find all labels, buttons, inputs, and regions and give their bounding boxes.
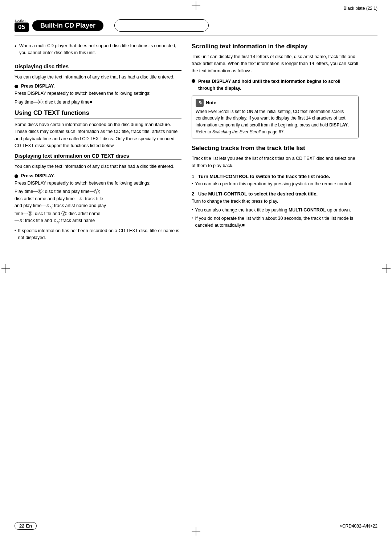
selecting-tracks-heading: Selecting tracks from the track title li… <box>192 144 359 152</box>
step1-bullet-text: You can also perform this operation by p… <box>195 181 352 187</box>
press-circle-1 <box>15 85 18 88</box>
page-num: 22 <box>19 523 24 529</box>
header-title: Built-in CD Player <box>32 20 103 31</box>
step2-bullet1-marker: ▪ <box>192 207 193 211</box>
selecting-tracks-body: Track title list lets you see the list o… <box>192 155 359 169</box>
section-badge: Section 05 <box>15 19 29 32</box>
note-label: Note <box>206 100 216 105</box>
step2-bullet1-text: You can also change the track title by p… <box>195 207 351 214</box>
if-specific-text: ▪ If specific information has not been r… <box>15 227 181 242</box>
displaying-text-cd-section: Displaying text information on CD TEXT d… <box>15 153 181 241</box>
displaying-text-cd-heading: Displaying text information on CD TEXT d… <box>15 153 181 160</box>
bullet-intro: • When a multi-CD player that does not s… <box>15 43 181 57</box>
selecting-tracks-section: Selecting tracks from the track title li… <box>192 144 359 229</box>
crosshair-right <box>382 264 391 273</box>
if-specific-content: If specific information has not been rec… <box>18 227 181 242</box>
step-2-bullet-2: ▪ If you do not operate the list within … <box>192 215 359 229</box>
top-right-info: Black plate (22,1) <box>344 6 377 11</box>
bullet-marker: • <box>15 43 16 57</box>
using-cd-text-body: Some discs have certain information enco… <box>15 121 181 150</box>
header-right-pill <box>114 19 209 32</box>
press-hold-text: Press DISPLAY and hold until the text in… <box>198 78 359 92</box>
footer-code: <CRD4082-A/N>22 <box>340 524 377 529</box>
step-1-bullet: ▪ You can also perform this operation by… <box>192 181 359 187</box>
step-2: 2 Use MULTI-CONTROL to select the desire… <box>192 191 359 229</box>
press-label-1: Press DISPLAY. <box>21 84 55 89</box>
left-column: • When a multi-CD player that does not s… <box>15 43 181 243</box>
note-header: ✎ Note <box>196 99 355 107</box>
press-label-2: Press DISPLAY. <box>21 173 55 178</box>
bullet-intro-text: When a multi-CD player that does not sup… <box>19 43 181 57</box>
step-2-body: Turn to change the track title; press to… <box>192 198 359 205</box>
footer: 22 En <CRD4082-A/N>22 <box>15 519 377 530</box>
using-cd-text-heading: Using CD TEXT functions <box>15 109 181 118</box>
lang: En <box>26 523 32 529</box>
step1-bullet-marker: ▪ <box>192 181 193 185</box>
page-number-badge: 22 En <box>15 522 37 530</box>
step2-bullet2-marker: ▪ <box>192 216 193 220</box>
press-display-body-2: Press DISPLAY repeatedly to switch betwe… <box>15 180 181 187</box>
scrolling-text-section: Scrolling text information in the displa… <box>192 43 359 138</box>
press-display-bullet-1: Press DISPLAY. <box>15 84 181 89</box>
note-text: When Ever Scroll is set to ON at the ini… <box>196 108 355 135</box>
note-icon: ✎ <box>196 99 204 107</box>
settings-lines: Play time—⓪: disc title and play time—Ⓥ;… <box>15 188 181 225</box>
press-circle-3 <box>192 79 195 83</box>
displaying-disc-titles-section: Displaying disc titles You can display t… <box>15 63 181 106</box>
displaying-disc-titles-body: You can display the text information of … <box>15 74 181 81</box>
press-display-body-1: Press DISPLAY repeatedly to switch betwe… <box>15 90 181 97</box>
displaying-disc-titles-heading: Displaying disc titles <box>15 63 181 71</box>
press-hold-instruction: Press DISPLAY and hold until the text in… <box>192 78 359 92</box>
using-cd-text-section: Using CD TEXT functions Some discs have … <box>15 109 181 150</box>
step-2-header: 2 Use MULTI-CONTROL to select the desire… <box>192 191 359 197</box>
step-2-bullet-1: ▪ You can also change the track title by… <box>192 207 359 214</box>
crosshair-top <box>192 1 200 10</box>
crosshair-left <box>1 264 10 273</box>
scrolling-text-heading: Scrolling text information in the displa… <box>192 43 359 51</box>
step-1-header: 1 Turn MULTI-CONTROL to switch to the tr… <box>192 174 359 179</box>
press-display-bullet-2: Press DISPLAY. <box>15 173 181 178</box>
section-label: Section <box>15 19 25 23</box>
step2-bullet2-text: If you do not operate the list within ab… <box>195 215 359 229</box>
header-rule <box>15 36 377 36</box>
section-number-box: 05 <box>15 23 29 32</box>
note-box: ✎ Note When Ever Scroll is set to ON at … <box>192 96 359 138</box>
right-column: Scrolling text information in the displa… <box>192 43 359 233</box>
press-circle-2 <box>15 174 18 178</box>
main-content: • When a multi-CD player that does not s… <box>0 43 392 243</box>
play-time-line-1: Play time—⒪: disc title and play time■ <box>15 99 181 106</box>
step-1: 1 Turn MULTI-CONTROL to switch to the tr… <box>192 174 359 187</box>
scrolling-text-body: This unit can display the first 14 lette… <box>192 53 359 74</box>
displaying-text-cd-body: You can display the text information of … <box>15 163 181 170</box>
square-bullet-marker: ▪ <box>15 228 16 232</box>
